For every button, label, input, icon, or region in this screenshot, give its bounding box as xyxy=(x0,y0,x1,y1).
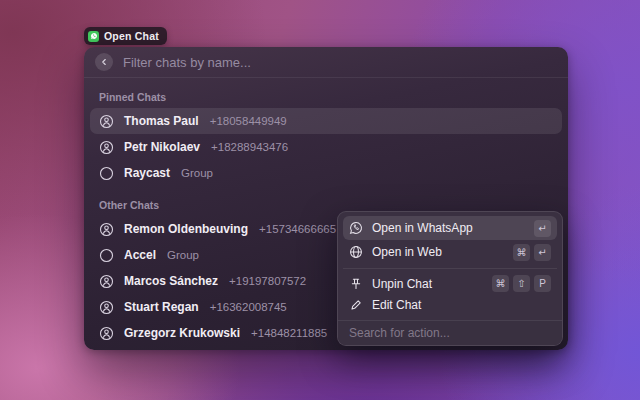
shift-key: ⇧ xyxy=(513,275,530,292)
circle-icon xyxy=(99,248,114,263)
action-label: Open in WhatsApp xyxy=(372,221,525,235)
section-title-other: Other Chats xyxy=(99,199,553,211)
action-label: Edit Chat xyxy=(372,298,551,312)
menu-divider xyxy=(343,268,557,269)
action-open-in-web[interactable]: Open in Web ⌘ ↵ xyxy=(343,240,557,264)
search-header: Filter chats by name... xyxy=(84,47,568,78)
action-menu: Open in WhatsApp ↵ Open in Web ⌘ ↵ Unpin… xyxy=(337,211,563,346)
person-circle-icon xyxy=(99,222,114,237)
person-circle-icon xyxy=(99,300,114,315)
action-menu-body: Open in WhatsApp ↵ Open in Web ⌘ ↵ Unpin… xyxy=(338,212,562,336)
pin-icon xyxy=(349,277,363,291)
shortcut-keys: ⌘ ↵ xyxy=(513,244,551,261)
chat-name: Accel xyxy=(124,248,156,262)
shortcut-keys: ⌘ ⇧ P xyxy=(492,275,551,292)
person-circle-icon xyxy=(99,140,114,155)
command-chip[interactable]: Open Chat xyxy=(84,27,167,45)
action-unpin-chat[interactable]: Unpin Chat ⌘ ⇧ P xyxy=(343,273,557,294)
chat-name: Remon Oldenbeuving xyxy=(124,222,248,236)
action-label: Unpin Chat xyxy=(372,277,483,291)
chat-name: Grzegorz Krukowski xyxy=(124,326,240,340)
command-chip-label: Open Chat xyxy=(104,30,159,42)
action-open-in-whatsapp[interactable]: Open in WhatsApp ↵ xyxy=(343,216,557,240)
chat-subtitle: +18288943476 xyxy=(211,141,288,153)
chat-subtitle: +19197807572 xyxy=(229,275,306,287)
chat-name: Petr Nikolaev xyxy=(124,140,200,154)
pencil-icon xyxy=(349,298,363,312)
person-circle-icon xyxy=(99,114,114,129)
action-edit-chat[interactable]: Edit Chat xyxy=(343,294,557,315)
section-title-pinned: Pinned Chats xyxy=(99,91,553,103)
whatsapp-app-icon xyxy=(88,31,99,42)
return-key: ↵ xyxy=(534,220,551,237)
shortcut-keys: ↵ xyxy=(534,220,551,237)
chat-row-thomas-paul[interactable]: Thomas Paul +18058449949 xyxy=(90,108,562,134)
return-key: ↵ xyxy=(534,244,551,261)
chat-name: Marcos Sánchez xyxy=(124,274,218,288)
chat-subtitle: Group xyxy=(167,249,199,261)
action-search-input[interactable]: Search for action... xyxy=(338,320,562,345)
chat-row-petr-nikolaev[interactable]: Petr Nikolaev +18288943476 xyxy=(90,134,562,160)
desktop: { "chip": { "label": "Open Chat", "icon"… xyxy=(0,0,640,400)
back-button[interactable] xyxy=(95,53,113,71)
chat-subtitle: +16362008745 xyxy=(210,301,287,313)
circle-icon xyxy=(99,166,114,181)
chat-row-sandy-krupkova[interactable]: Sandy Krupkova +19794864818 xyxy=(90,346,562,350)
search-input[interactable]: Filter chats by name... xyxy=(123,55,251,70)
globe-icon xyxy=(349,245,363,259)
p-key: P xyxy=(534,275,551,292)
cmd-key: ⌘ xyxy=(492,275,509,292)
action-label: Open in Web xyxy=(372,245,504,259)
chat-subtitle: +14848211885 xyxy=(251,327,327,339)
chat-subtitle: Group xyxy=(181,167,213,179)
cmd-key: ⌘ xyxy=(513,244,530,261)
person-circle-icon xyxy=(99,274,114,289)
chat-row-raycast[interactable]: Raycast Group xyxy=(90,160,562,186)
person-circle-icon xyxy=(99,326,114,341)
chat-name: Stuart Regan xyxy=(124,300,199,314)
chat-name: Raycast xyxy=(124,166,170,180)
chevron-left-icon xyxy=(99,57,109,67)
chat-name: Thomas Paul xyxy=(124,114,199,128)
chat-subtitle: +15734666665 xyxy=(259,223,336,235)
whatsapp-icon xyxy=(349,221,363,235)
chat-subtitle: +18058449949 xyxy=(210,115,287,127)
